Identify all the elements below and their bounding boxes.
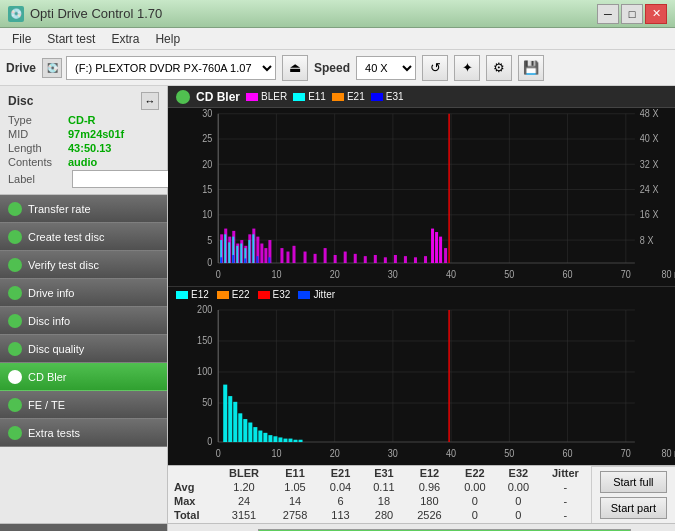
disc-contents-val: audio bbox=[68, 156, 97, 168]
svg-text:50: 50 bbox=[504, 447, 515, 459]
svg-rect-73 bbox=[228, 242, 230, 263]
stats-avg-e11: 1.05 bbox=[271, 480, 318, 494]
nav-label-transfer-rate: Transfer rate bbox=[28, 203, 91, 215]
clear-button[interactable]: ✦ bbox=[454, 55, 480, 81]
nav-item-disc-info[interactable]: Disc info bbox=[0, 307, 167, 335]
nav-item-disc-quality[interactable]: Disc quality bbox=[0, 335, 167, 363]
menu-start-test[interactable]: Start test bbox=[39, 30, 103, 48]
menu-extra[interactable]: Extra bbox=[103, 30, 147, 48]
nav-item-extra-tests[interactable]: Extra tests bbox=[0, 419, 167, 447]
svg-rect-61 bbox=[374, 255, 377, 263]
svg-text:20: 20 bbox=[330, 268, 341, 280]
svg-text:5: 5 bbox=[207, 234, 212, 246]
svg-rect-78 bbox=[248, 240, 250, 263]
svg-text:32 X: 32 X bbox=[640, 158, 659, 170]
nav-label-drive-info: Drive info bbox=[28, 287, 74, 299]
app-title: Opti Drive Control 1.70 bbox=[30, 6, 162, 21]
stats-table: BLER E11 E21 E31 E12 E22 E32 Jitter Avg bbox=[168, 466, 591, 522]
svg-rect-121 bbox=[253, 427, 257, 442]
stats-avg-bler: 1.20 bbox=[217, 480, 272, 494]
menu-help[interactable]: Help bbox=[147, 30, 188, 48]
disc-contents-key: Contents bbox=[8, 156, 68, 168]
legend-color-jitter bbox=[298, 291, 310, 299]
stats-row-label-total: Total bbox=[168, 508, 217, 522]
nav-item-fe-te[interactable]: FE / TE bbox=[0, 391, 167, 419]
svg-text:60: 60 bbox=[563, 447, 574, 459]
drive-select-group: 💽 (F:) PLEXTOR DVDR PX-760A 1.07 bbox=[42, 56, 276, 80]
stats-header-empty bbox=[168, 466, 217, 480]
svg-rect-68 bbox=[435, 232, 438, 263]
svg-rect-81 bbox=[232, 255, 234, 263]
stats-header-bler: BLER bbox=[217, 466, 272, 480]
settings-button[interactable]: ⚙ bbox=[486, 55, 512, 81]
stats-total-e11: 2758 bbox=[271, 508, 318, 522]
svg-text:80 min: 80 min bbox=[661, 268, 675, 280]
start-full-button[interactable]: Start full bbox=[600, 471, 667, 493]
nav-item-transfer-rate[interactable]: Transfer rate bbox=[0, 195, 167, 223]
legend-label-bler: BLER bbox=[261, 91, 287, 102]
svg-rect-127 bbox=[283, 439, 287, 442]
stats-max-e21: 6 bbox=[319, 494, 362, 508]
nav-label-fe-te: FE / TE bbox=[28, 399, 65, 411]
stats-row-label-avg: Avg bbox=[168, 480, 217, 494]
status-window-button[interactable]: Status window >> bbox=[0, 524, 168, 532]
svg-rect-49 bbox=[264, 248, 267, 263]
svg-rect-129 bbox=[293, 440, 297, 442]
svg-rect-67 bbox=[431, 229, 434, 263]
nav-item-cd-bler[interactable]: CD Bler bbox=[0, 363, 167, 391]
svg-rect-120 bbox=[248, 423, 252, 443]
svg-text:40: 40 bbox=[446, 447, 457, 459]
legend-label-jitter: Jitter bbox=[313, 289, 335, 300]
disc-refresh-button[interactable]: ↔ bbox=[141, 92, 159, 110]
table-row-avg: Avg 1.20 1.05 0.04 0.11 0.96 0.00 0.00 - bbox=[168, 480, 591, 494]
minimize-button[interactable]: ─ bbox=[597, 4, 619, 24]
nav-icon-cd-bler bbox=[8, 370, 22, 384]
svg-rect-53 bbox=[292, 246, 295, 263]
start-part-button[interactable]: Start part bbox=[600, 497, 667, 519]
maximize-button[interactable]: □ bbox=[621, 4, 643, 24]
nav-icon-fe-te bbox=[8, 398, 22, 412]
stats-avg-e12: 0.96 bbox=[406, 480, 453, 494]
drive-dropdown[interactable]: (F:) PLEXTOR DVDR PX-760A 1.07 bbox=[66, 56, 276, 80]
menu-file[interactable]: File bbox=[4, 30, 39, 48]
eject-button[interactable]: ⏏ bbox=[282, 55, 308, 81]
svg-rect-80 bbox=[220, 257, 222, 263]
svg-rect-54 bbox=[304, 252, 307, 263]
legend-label-e21: E21 bbox=[347, 91, 365, 102]
stats-header-e22: E22 bbox=[453, 466, 496, 480]
legend-color-e22 bbox=[217, 291, 229, 299]
nav-icon-drive-info bbox=[8, 286, 22, 300]
save-button[interactable]: 💾 bbox=[518, 55, 544, 81]
disc-mid-val: 97m24s01f bbox=[68, 128, 124, 140]
svg-text:15: 15 bbox=[202, 183, 212, 195]
svg-rect-55 bbox=[314, 254, 317, 263]
svg-text:24 X: 24 X bbox=[640, 183, 659, 195]
svg-rect-76 bbox=[240, 244, 242, 264]
nav-item-verify-test-disc[interactable]: Verify test disc bbox=[0, 251, 167, 279]
nav-label-cd-bler: CD Bler bbox=[28, 371, 67, 383]
chart-title-bar: CD Bler BLER E11 E21 E31 bbox=[168, 86, 675, 108]
legend-color-e21 bbox=[332, 93, 344, 101]
nav-item-create-test-disc[interactable]: Create test disc bbox=[0, 223, 167, 251]
nav-item-drive-info[interactable]: Drive info bbox=[0, 279, 167, 307]
svg-rect-70 bbox=[444, 248, 447, 263]
svg-rect-126 bbox=[278, 437, 282, 442]
svg-text:48 X: 48 X bbox=[640, 108, 659, 119]
svg-text:50: 50 bbox=[504, 268, 515, 280]
legend-label-e22: E22 bbox=[232, 289, 250, 300]
stats-total-jitter: - bbox=[540, 508, 591, 522]
svg-rect-122 bbox=[258, 431, 262, 442]
stats-total-e32: 0 bbox=[497, 508, 540, 522]
legend-label-e32: E32 bbox=[273, 289, 291, 300]
nav-label-extra-tests: Extra tests bbox=[28, 427, 80, 439]
chart-icon bbox=[176, 90, 190, 104]
nav-menu: Transfer rate Create test disc Verify te… bbox=[0, 195, 167, 523]
close-button[interactable]: ✕ bbox=[645, 4, 667, 24]
stats-avg-jitter: - bbox=[540, 480, 591, 494]
svg-rect-119 bbox=[243, 419, 247, 442]
refresh-button[interactable]: ↺ bbox=[422, 55, 448, 81]
stats-total-e31: 280 bbox=[362, 508, 405, 522]
stats-avg-e32: 0.00 bbox=[497, 480, 540, 494]
speed-dropdown[interactable]: Max4 X8 X16 X24 X32 X40 X48 X bbox=[356, 56, 416, 80]
stats-header-e21: E21 bbox=[319, 466, 362, 480]
